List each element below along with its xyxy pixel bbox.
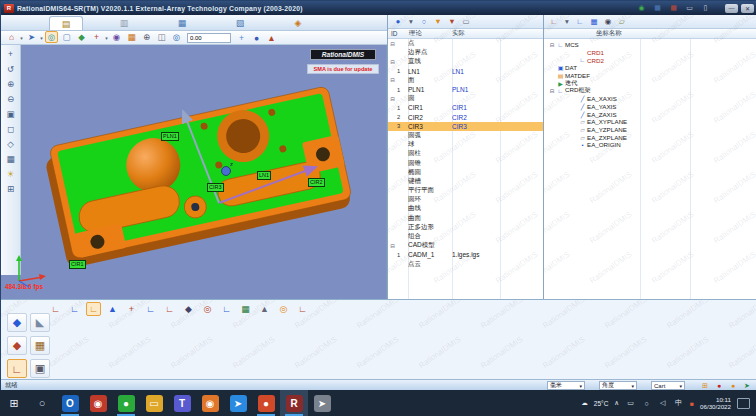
coord-rps-icon[interactable]: ∟ <box>219 302 234 316</box>
align-part-icon[interactable]: ◣ <box>30 313 50 332</box>
point-filter-icon[interactable]: ○ <box>418 16 430 27</box>
minimize-button[interactable]: — <box>725 4 738 13</box>
feature-label-ln1[interactable]: LN1 <box>257 171 271 180</box>
coord-clean-icon[interactable]: ▲ <box>257 302 272 316</box>
coord-row-EA_YZPLANE[interactable]: ▱EA_YZPLANE <box>544 126 756 134</box>
view-settings-icon[interactable]: ⊞ <box>4 182 18 195</box>
coord-row-EA_ZXPLANE[interactable]: ▱EA_ZXPLANE <box>544 133 756 141</box>
iso-view-icon[interactable]: ◇ <box>4 137 18 150</box>
angle-unit-select[interactable]: 角度▾ <box>599 381 637 390</box>
record-icon[interactable]: ● <box>714 381 724 390</box>
home-icon[interactable]: ⌂ <box>5 31 18 43</box>
wechat-icon[interactable]: ● <box>112 390 140 416</box>
tolerance-input[interactable] <box>187 33 231 43</box>
coord-machine-icon[interactable]: ∟ <box>295 302 310 316</box>
coord-axis-icon[interactable]: ∟ <box>548 16 560 27</box>
coord-translate-icon[interactable]: ∟ <box>162 302 177 316</box>
tab-comment-icon[interactable]: ▧ <box>223 16 257 30</box>
coord-321-icon[interactable]: ∟ <box>48 302 63 316</box>
warning-icon[interactable]: ● <box>728 381 738 390</box>
feature-row-圆[interactable]: ⊟圆 <box>388 94 543 103</box>
feature-row-正多边形[interactable]: 正多边形 <box>388 223 543 232</box>
coord-row-EA_YAXIS[interactable]: ╱EA_YAXIS <box>544 103 756 111</box>
feature-row-LN1[interactable]: 1LN1LN1 <box>388 67 543 76</box>
save-icon[interactable]: ▦ <box>652 3 663 13</box>
axis-display-icon[interactable]: + <box>90 31 103 43</box>
axis-caret-icon[interactable]: ▾ <box>104 32 109 44</box>
coord-row-CRD1[interactable]: CRD1 <box>544 49 756 57</box>
rotate-icon[interactable]: ↺ <box>4 62 18 75</box>
paint-view-icon[interactable]: ● <box>250 32 263 44</box>
feature-row-CADM_1[interactable]: 1CADM_11.iges.igs <box>388 250 543 259</box>
feature-row-曲线[interactable]: 曲线 <box>388 204 543 213</box>
printer-icon[interactable]: ▭ <box>684 3 695 13</box>
coord-mode-select[interactable]: Cart▾ <box>651 381 685 390</box>
feature-row-键槽[interactable]: 键槽 <box>388 177 543 186</box>
explorer-icon[interactable]: ▭ <box>140 390 168 416</box>
security-icon[interactable]: ◉ <box>84 390 112 416</box>
feature-row-点云[interactable]: 点云 <box>388 260 543 269</box>
coord-321-setup-icon[interactable]: ∟ <box>86 302 101 316</box>
outlook-icon[interactable]: O <box>56 390 84 416</box>
expand-toggle-icon[interactable]: ⊟ <box>548 88 556 94</box>
feature-row-面[interactable]: ⊟面 <box>388 76 543 85</box>
temperature[interactable]: 25°C <box>594 400 609 407</box>
fly-mode-icon[interactable]: ➤ <box>742 381 752 390</box>
light-icon[interactable]: ☀ <box>4 167 18 180</box>
volume-muted-icon[interactable]: ◁ <box>658 397 667 409</box>
network-icon[interactable]: ○ <box>642 397 651 409</box>
pan-icon[interactable]: + <box>4 47 18 60</box>
zoom-out-icon[interactable]: ⊖ <box>4 92 18 105</box>
start-button[interactable]: ⊞ <box>0 390 28 416</box>
feature-label-cir2[interactable]: CIR2 <box>308 178 325 187</box>
clear-filter-icon[interactable]: ▼ <box>446 16 458 27</box>
feature-row-圆锥[interactable]: 圆锥 <box>388 158 543 167</box>
zoom-in-icon[interactable]: ⊕ <box>4 77 18 90</box>
feature-row-球[interactable]: 球 <box>388 140 543 149</box>
firefox-icon[interactable]: ◉ <box>196 390 224 416</box>
marquee-select-icon[interactable]: ▢ <box>60 31 73 43</box>
expand-toggle-icon[interactable]: ⊟ <box>548 42 556 48</box>
feature-row-CIR1[interactable]: 1CIR1CIR1 <box>388 103 543 112</box>
save-as-icon[interactable]: ▦ <box>668 3 679 13</box>
cursor-caret-icon[interactable]: ▾ <box>39 32 44 44</box>
feature-row-点[interactable]: ⊟点 <box>388 39 543 48</box>
clock[interactable]: 10:11 06/30/2022 <box>700 396 731 411</box>
coord-bestfit-icon[interactable]: ▲ <box>105 302 120 316</box>
feature-row-边界点[interactable]: 边界点 <box>388 48 543 57</box>
add-coord-icon[interactable]: ∟ <box>574 16 586 27</box>
feature-label-cir3[interactable]: CIR3 <box>207 183 224 192</box>
coord-row-CRD框架[interactable]: ⊟∟CRD框架 <box>544 87 756 95</box>
eye-icon[interactable]: ◉ <box>110 31 123 43</box>
feature-row-圆环[interactable]: 圆环 <box>388 195 543 204</box>
sensor-icon[interactable]: ▦ <box>30 336 50 355</box>
coord-grid-icon[interactable]: ▦ <box>588 16 600 27</box>
feature-row-CIR3[interactable]: 3CIR3CIR3 <box>388 122 543 131</box>
feature-row-平行平面[interactable]: 平行平面 <box>388 186 543 195</box>
feature-row-圆柱[interactable]: 圆柱 <box>388 149 543 158</box>
wireframe-icon[interactable]: ▦ <box>4 152 18 165</box>
palette-icon[interactable]: ▦ <box>125 31 138 43</box>
browser-icon[interactable]: ● <box>252 390 280 416</box>
coord-row-MCS[interactable]: ⊟∟MCS <box>544 41 756 49</box>
coord-save-icon[interactable]: ▦ <box>238 302 253 316</box>
tab-report-icon[interactable]: ▥ <box>107 16 141 30</box>
coord-row-EA_XYPLANE[interactable]: ▱EA_XYPLANE <box>544 118 756 126</box>
probe-tool-icon[interactable]: ⊕ <box>140 31 153 43</box>
feature-row-椭圆[interactable]: 椭圆 <box>388 168 543 177</box>
coord-row-EA_ORIGIN[interactable]: •EA_ORIGIN <box>544 141 756 149</box>
ime-chinese-indicator[interactable]: 中 <box>674 397 683 409</box>
feature-row-直线[interactable]: ⊟直线 <box>388 57 543 66</box>
cross-section-icon[interactable]: + <box>235 32 248 44</box>
feature-row-圆弧[interactable]: 圆弧 <box>388 131 543 140</box>
fit-view-icon[interactable]: ▣ <box>4 107 18 120</box>
tray-chevron-icon[interactable]: ∧ <box>614 399 619 407</box>
probe-config-icon[interactable]: ◆ <box>7 313 27 332</box>
cmm-machine-icon[interactable]: ▣ <box>30 359 50 378</box>
thunder-icon[interactable]: ➤ <box>224 390 252 416</box>
tab-render-icon[interactable]: ◈ <box>281 16 315 30</box>
grid-toggle-icon[interactable]: ⊞ <box>700 381 710 390</box>
tab-table-icon[interactable]: ▦ <box>165 16 199 30</box>
feature-row-组合[interactable]: 组合 <box>388 232 543 241</box>
feature-row-PLN1[interactable]: 1PLN1PLN1 <box>388 85 543 94</box>
